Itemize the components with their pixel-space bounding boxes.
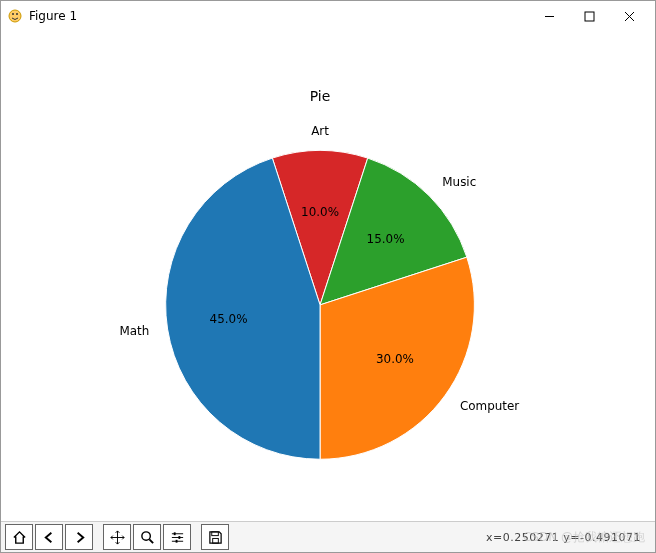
titlebar: Figure 1 <box>1 1 655 32</box>
close-button[interactable] <box>609 2 649 30</box>
svg-rect-14 <box>175 539 177 542</box>
minimize-button[interactable] <box>529 2 569 30</box>
figure-window: Figure 1 Pie10.0%Art15.0%Music30.0%Compu… <box>0 0 656 553</box>
svg-point-1 <box>12 13 14 15</box>
slice-label: Music <box>442 175 476 189</box>
slice-label: Computer <box>460 399 519 413</box>
svg-line-8 <box>149 539 153 543</box>
pan-button[interactable] <box>103 524 131 550</box>
forward-button[interactable] <box>65 524 93 550</box>
chart-title: Pie <box>310 88 331 104</box>
home-button[interactable] <box>5 524 33 550</box>
svg-point-0 <box>9 10 21 22</box>
svg-rect-16 <box>212 538 218 543</box>
slice-label: Math <box>119 324 149 338</box>
pct-label: 10.0% <box>301 205 339 219</box>
svg-rect-12 <box>173 532 175 535</box>
pct-label: 15.0% <box>367 232 405 246</box>
configure-button[interactable] <box>163 524 191 550</box>
slice-label: Art <box>311 124 329 138</box>
maximize-button[interactable] <box>569 2 609 30</box>
window-title: Figure 1 <box>29 9 529 23</box>
watermark: CSDN @抢我糖还想跑 <box>523 529 645 546</box>
svg-rect-4 <box>585 12 594 21</box>
save-button[interactable] <box>201 524 229 550</box>
app-icon <box>7 8 23 24</box>
svg-rect-13 <box>178 536 180 539</box>
back-button[interactable] <box>35 524 63 550</box>
svg-point-7 <box>141 531 149 539</box>
chart-canvas[interactable]: Pie10.0%Art15.0%Music30.0%Computer45.0%M… <box>1 31 655 522</box>
pct-label: 30.0% <box>376 352 414 366</box>
zoom-button[interactable] <box>133 524 161 550</box>
svg-point-2 <box>16 13 18 15</box>
pct-label: 45.0% <box>210 312 248 326</box>
